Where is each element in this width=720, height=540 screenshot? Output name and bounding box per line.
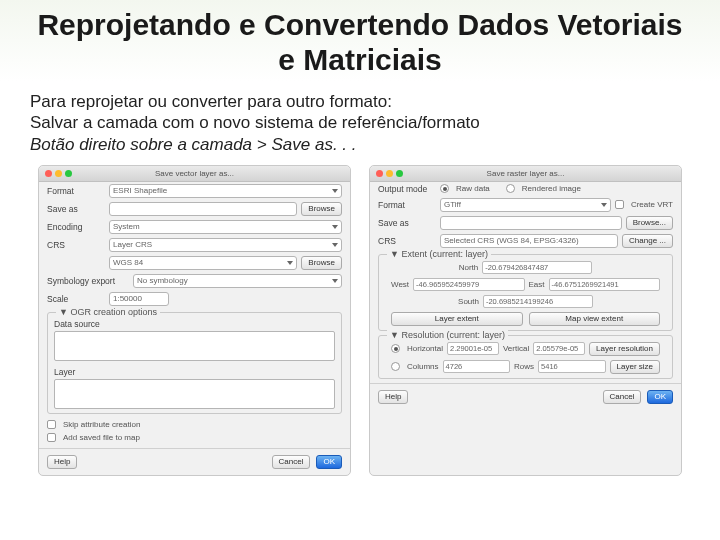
help-button[interactable]: Help	[47, 455, 77, 469]
layer-size-button[interactable]: Layer size	[610, 360, 660, 374]
format-select[interactable]: ESRI Shapefile	[109, 184, 342, 198]
resolution-group-toggle[interactable]: ▼ Resolution (current: layer)	[387, 330, 508, 340]
ogr-options-group: ▼ OGR creation options Data source Layer	[47, 312, 342, 414]
scale-input[interactable]: 1:50000	[109, 292, 169, 306]
rows-label: Rows	[514, 362, 534, 371]
crs-label-r: CRS	[378, 236, 436, 246]
layer-textarea[interactable]	[54, 379, 335, 409]
crs-browse-button[interactable]: Browse	[301, 256, 342, 270]
minimize-icon[interactable]	[55, 170, 62, 177]
skip-attr-checkbox[interactable]	[47, 420, 56, 429]
datasource-textarea[interactable]	[54, 331, 335, 361]
extent-group: ▼ Extent (current: layer) North -20.6794…	[378, 254, 673, 331]
cancel-button[interactable]: Cancel	[272, 455, 311, 469]
add-saved-checkbox[interactable]	[47, 433, 56, 442]
columns-input[interactable]: 4726	[443, 360, 510, 373]
body-line-3: Botão direito sobre a camada > Save as. …	[30, 134, 690, 155]
encoding-label: Encoding	[47, 222, 105, 232]
body-line-1: Para reprojetar ou converter para outro …	[30, 91, 690, 112]
raw-data-label: Raw data	[456, 184, 490, 193]
south-input[interactable]: -20.6985214199246	[483, 295, 593, 308]
close-icon[interactable]	[45, 170, 52, 177]
dialog-save-raster: Save raster layer as... Output mode Raw …	[369, 165, 682, 476]
encoding-select[interactable]: System	[109, 220, 342, 234]
symbology-label: Symbology export	[47, 276, 129, 286]
cancel-button-r[interactable]: Cancel	[603, 390, 642, 404]
titlebar-right: Save raster layer as...	[370, 166, 681, 182]
horizontal-radio[interactable]	[391, 344, 400, 353]
skip-attr-label: Skip attribute creation	[63, 420, 140, 429]
saveas-input[interactable]	[109, 202, 297, 216]
columns-radio[interactable]	[391, 362, 400, 371]
north-input[interactable]: -20.679426847487	[482, 261, 592, 274]
window-title-right: Save raster layer as...	[370, 169, 681, 178]
datasource-label: Data source	[54, 319, 112, 329]
output-mode-label: Output mode	[378, 184, 436, 194]
north-label: North	[459, 263, 479, 272]
minimize-icon[interactable]	[386, 170, 393, 177]
help-button-r[interactable]: Help	[378, 390, 408, 404]
dialog-save-vector: Save vector layer as... Format ESRI Shap…	[38, 165, 351, 476]
titlebar-left: Save vector layer as...	[39, 166, 350, 182]
crs-value-r[interactable]: Selected CRS (WGS 84, EPSG:4326)	[440, 234, 618, 248]
format-select-r[interactable]: GTiff	[440, 198, 611, 212]
horizontal-input[interactable]: 2.29001e-05	[447, 342, 499, 355]
create-vrt-label: Create VRT	[631, 200, 673, 209]
rows-input[interactable]: 5416	[538, 360, 605, 373]
zoom-icon[interactable]	[65, 170, 72, 177]
layer-resolution-button[interactable]: Layer resolution	[589, 342, 660, 356]
rendered-radio[interactable]	[506, 184, 515, 193]
crs-mode-select[interactable]: Layer CRS	[109, 238, 342, 252]
south-label: South	[458, 297, 479, 306]
saveas-input-r[interactable]	[440, 216, 622, 230]
layer-label: Layer	[54, 367, 112, 377]
window-title-left: Save vector layer as...	[39, 169, 350, 178]
columns-label: Columns	[407, 362, 439, 371]
page-title: Reprojetando e Convertendo Dados Vetoria…	[30, 8, 690, 77]
ok-button-r[interactable]: OK	[647, 390, 673, 404]
extent-group-toggle[interactable]: ▼ Extent (current: layer)	[387, 249, 491, 259]
saveas-label-r: Save as	[378, 218, 436, 228]
raw-data-radio[interactable]	[440, 184, 449, 193]
zoom-icon[interactable]	[396, 170, 403, 177]
map-extent-button[interactable]: Map view extent	[529, 312, 661, 326]
create-vrt-checkbox[interactable]	[615, 200, 624, 209]
crs-label: CRS	[47, 240, 105, 250]
scale-label: Scale	[47, 294, 105, 304]
rendered-label: Rendered image	[522, 184, 581, 193]
browse-button[interactable]: Browse	[301, 202, 342, 216]
change-crs-button[interactable]: Change ...	[622, 234, 673, 248]
west-label: West	[391, 280, 409, 289]
close-icon[interactable]	[376, 170, 383, 177]
vertical-label: Vertical	[503, 344, 529, 353]
east-label: East	[529, 280, 545, 289]
symbology-select[interactable]: No symbology	[133, 274, 342, 288]
horizontal-label: Horizontal	[407, 344, 443, 353]
east-input[interactable]: -46.6751269921491	[549, 278, 660, 291]
saveas-label: Save as	[47, 204, 105, 214]
format-label-r: Format	[378, 200, 436, 210]
resolution-group: ▼ Resolution (current: layer) Horizontal…	[378, 335, 673, 379]
vertical-input[interactable]: 2.05579e-05	[533, 342, 585, 355]
ok-button[interactable]: OK	[316, 455, 342, 469]
west-input[interactable]: -46.965952459979	[413, 278, 524, 291]
layer-extent-button[interactable]: Layer extent	[391, 312, 523, 326]
add-saved-label: Add saved file to map	[63, 433, 140, 442]
format-label: Format	[47, 186, 105, 196]
browse-button-r[interactable]: Browse...	[626, 216, 673, 230]
body-line-2: Salvar a camada com o novo sistema de re…	[30, 112, 690, 133]
crs-value-select[interactable]: WGS 84	[109, 256, 297, 270]
ogr-group-toggle[interactable]: ▼ OGR creation options	[56, 307, 160, 317]
